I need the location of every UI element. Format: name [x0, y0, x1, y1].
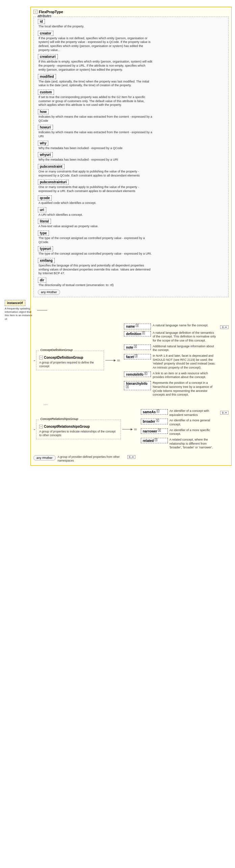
- attr-desc-modified: The date (and, optionally, the time) whe…: [38, 80, 153, 88]
- title-bar: − FlexPropType: [33, 10, 229, 14]
- attr-literal: literal A free-text value assigned as pr…: [36, 219, 226, 229]
- concept-def-expand-icon[interactable]: −: [39, 356, 43, 359]
- concept-rel-group-box: ConceptRelationshipsGroup − ConceptRelat…: [36, 420, 121, 439]
- concept-def-group-label: ConceptDefinitionGroup: [39, 348, 74, 352]
- concept-rel-group-name: ConceptRelationshipsGroup: [44, 425, 90, 428]
- attr-modified: modified The date (and, optionally, the …: [36, 74, 226, 88]
- attr-desc-whyuri: Why the metadata has been included - exp…: [38, 158, 153, 162]
- attr-name-xmllang[interactable]: xmllang: [38, 258, 55, 263]
- concept-rel-group-label: ConceptRelationshipsGroup: [39, 417, 79, 421]
- concept-rel-group-connector: ···· ConceptRelationshipsGroup − Concept…: [33, 409, 229, 450]
- attr-desc-custom: If set to true the corresponding propert…: [38, 95, 153, 107]
- concept-def-facet-box[interactable]: facet i: [124, 354, 151, 359]
- concept-rel-item-broader: broader i An identifier of a more genera…: [141, 419, 217, 426]
- concept-def-group-desc: A group of properties required to define…: [39, 361, 101, 368]
- any-other-bottom2-box[interactable]: any ##other: [33, 455, 56, 461]
- concept-rel-related-box[interactable]: related i: [141, 438, 168, 443]
- attr-desc-xmllang: Specifies the language of this property …: [38, 264, 153, 276]
- left-dots-icon: ····: [33, 358, 35, 362]
- attr-id: id The local identifier of the property.: [36, 19, 226, 29]
- attr-name-howuri[interactable]: howuri: [38, 125, 53, 130]
- attr-name-pubconstraint[interactable]: pubconstraint: [38, 164, 64, 169]
- concept-rel-item-sameas: sameAs i An identifier of a concept with…: [141, 409, 217, 417]
- concept-rel-broader-desc: An identifier of a more general concept.: [169, 419, 217, 426]
- concept-def-hierarchyinfo-box[interactable]: hierarchyInfo i: [124, 381, 151, 390]
- concept-rel-group-row: ···· ConceptRelationshipsGroup − Concept…: [33, 409, 229, 450]
- concept-rel-narrower-box[interactable]: narrower i: [141, 428, 168, 434]
- concept-def-items: name i A natural language name for the c…: [124, 324, 217, 397]
- attr-name-whyuri[interactable]: whyuri: [38, 152, 53, 157]
- attr-desc-literal: A free-text value assigned as property v…: [38, 225, 153, 229]
- attr-desc-typeuri: The type of the concept assigned as cont…: [38, 252, 153, 256]
- concept-def-note-box[interactable]: note i: [124, 345, 151, 350]
- concept-rel-group-desc: A group of properties to indicate relati…: [39, 430, 118, 437]
- middle-dots: ····: [44, 402, 229, 406]
- attr-why: why Why the metadata has been included -…: [36, 141, 226, 150]
- attr-type: type The type of the concept assigned as…: [36, 231, 226, 244]
- attr-name-dir[interactable]: dir: [38, 278, 46, 283]
- groups-section: ···· ConceptDefinitionGroup − ConceptDef…: [33, 324, 229, 463]
- attr-name-custom[interactable]: custom: [38, 90, 54, 95]
- attr-name-creatoruri[interactable]: creatoruri: [38, 54, 58, 59]
- page-title: FlexPropType: [39, 10, 63, 14]
- attr-name-literal[interactable]: literal: [38, 219, 51, 224]
- concept-def-group-connector: ···· ConceptDefinitionGroup − ConceptDef…: [33, 324, 229, 397]
- concept-rel-sameas-desc: An identifier of a concept with equivale…: [169, 409, 217, 417]
- concept-rel-expand-icon[interactable]: −: [39, 425, 43, 428]
- attr-desc-qcode: A qualified code which identifies a conc…: [38, 201, 153, 205]
- attr-desc-creator: If the property value is not defined, sp…: [38, 37, 153, 52]
- attr-name-creator[interactable]: creator: [38, 31, 53, 36]
- concept-def-definition-box[interactable]: definition i: [124, 331, 151, 336]
- attr-whyuri: whyuri Why the metadata has been include…: [36, 152, 226, 162]
- attr-desc-dir: The directionality of textual content (e…: [38, 283, 153, 287]
- attr-name-id[interactable]: id: [38, 19, 45, 24]
- concept-rel-sameas-box[interactable]: sameAs i: [141, 409, 168, 415]
- concept-rel-group-title: − ConceptRelationshipsGroup: [39, 425, 118, 428]
- attr-desc-why: Why the metadata has been included - exp…: [38, 146, 153, 150]
- attr-pubconstrainturi: pubconstrainturi One or many constraints…: [36, 180, 226, 193]
- attr-name-why[interactable]: why: [38, 141, 48, 146]
- concept-rel-fork: [134, 429, 137, 430]
- attr-desc-creatoruri: If this attribute is empty, specifies wh…: [38, 60, 153, 72]
- attr-name-qcode[interactable]: qcode: [38, 195, 52, 201]
- attr-xmllang: xmllang Specifies the language of this p…: [36, 258, 226, 276]
- concept-rel-multiplicity: 0..∞: [220, 410, 229, 414]
- attr-desc-how: Indicates by which means the value was e…: [38, 115, 153, 123]
- attr-name-how[interactable]: how: [38, 109, 49, 114]
- concept-rel-item-narrower: narrower i An identifier of a more speci…: [141, 428, 217, 436]
- expand-icon[interactable]: −: [33, 10, 37, 14]
- concept-rel-broader-box[interactable]: broader i: [141, 419, 168, 424]
- attr-name-uri[interactable]: uri: [38, 207, 46, 212]
- attr-uri: uri A URI which identifies a concept.: [36, 207, 226, 217]
- concept-rel-arrow: ▶: [122, 428, 133, 431]
- attr-desc-howuri: Indicates by which means the value was e…: [38, 131, 153, 138]
- attr-name-pubconstrainturi[interactable]: pubconstrainturi: [38, 180, 69, 185]
- instance-of-label[interactable]: instanceOf: [5, 300, 25, 306]
- middle-dots-icon: ····: [44, 402, 48, 406]
- concept-def-facet-desc: In NAR 1.8 and later, facet is deprecate…: [153, 354, 217, 370]
- attr-name-type[interactable]: type: [38, 231, 49, 236]
- concept-rel-narrower-desc: An identifier of a more specific concept…: [169, 428, 217, 436]
- concept-def-group-row: ···· ConceptDefinitionGroup − ConceptDef…: [33, 324, 229, 397]
- concept-def-item-remoteinfo: remoteInfo i A link to an item or a web …: [124, 372, 217, 379]
- any-other-attr-box[interactable]: any ##other: [38, 289, 60, 295]
- any-other-bottom2-desc: A group of provider-defined properties f…: [58, 455, 125, 463]
- concept-def-remoteinfo-desc: A link to an item or a web resource whic…: [153, 372, 217, 379]
- concept-def-note-desc: Additional natural language information …: [153, 345, 217, 352]
- concept-def-group-name: ConceptDefinitionGroup: [44, 356, 83, 359]
- concept-def-item-name: name i A natural language name for the c…: [124, 324, 217, 329]
- attributes-label: attributes: [36, 14, 52, 18]
- attr-how: how Indicates by which means the value w…: [36, 109, 226, 123]
- attr-pubconstraint: pubconstraint One or many constraints th…: [36, 164, 226, 178]
- any-other-attr: any ##other: [36, 289, 226, 295]
- concept-def-name-box[interactable]: name i: [124, 324, 151, 329]
- attr-desc-type: The type of the concept assigned as cont…: [38, 236, 153, 244]
- concept-def-arrow: ▶: [105, 359, 116, 362]
- concept-def-item-definition: definition i A natural language definiti…: [124, 331, 217, 343]
- attr-name-modified[interactable]: modified: [38, 74, 56, 79]
- attributes-section: attributes id The local identifier of th…: [33, 17, 229, 297]
- concept-def-name-desc: A natural language name for the concept.: [153, 324, 208, 328]
- concept-def-remoteinfo-box[interactable]: remoteInfo i: [124, 372, 151, 377]
- concept-def-item-facet: facet i In NAR 1.8 and later, facet is d…: [124, 354, 217, 370]
- attr-name-typeuri[interactable]: typeuri: [38, 246, 53, 251]
